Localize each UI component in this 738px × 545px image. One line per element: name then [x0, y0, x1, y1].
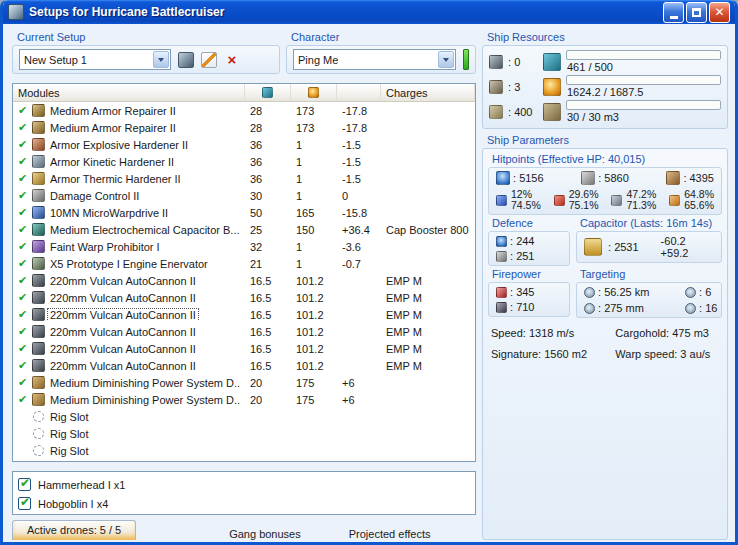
drone-row[interactable]: Hobgoblin I x4: [18, 494, 470, 513]
shield-recharge-value: 244: [510, 235, 534, 247]
powergrid-icon: [308, 87, 319, 98]
module-row[interactable]: Rig Slot: [13, 425, 475, 442]
module-row[interactable]: 220mm Vulcan AutoCannon II 16.5 101.2 EM…: [13, 340, 475, 357]
titlebar[interactable]: Setups for Hurricane Battlecruiser ✕: [3, 0, 735, 24]
armor-resist-value: 75.1%: [569, 200, 599, 211]
minimize-button[interactable]: [663, 2, 684, 23]
resist-kinetic-icon: [611, 195, 622, 206]
module-row[interactable]: X5 Prototype I Engine Enervator 21 1 -0.…: [13, 255, 475, 272]
module-powergrid: 1: [291, 258, 337, 270]
module-row[interactable]: Medium Armor Repairer II 28 173 -17.8: [13, 102, 475, 119]
powergrid-column-header[interactable]: [291, 84, 337, 101]
resource-free-count: 0: [508, 56, 538, 68]
setup-select[interactable]: New Setup 1: [19, 49, 171, 70]
drone-checkbox[interactable]: [18, 478, 31, 491]
chevron-down-icon[interactable]: [438, 51, 454, 68]
module-row[interactable]: Armor Kinetic Hardener II 36 1 -1.5: [13, 153, 475, 170]
drone-checkbox[interactable]: [18, 497, 31, 510]
modules-header[interactable]: Modules Charges: [13, 84, 475, 102]
modules-column-header[interactable]: Modules: [13, 84, 245, 101]
module-name: Medium Electrochemical Capacitor B...: [48, 224, 240, 236]
module-charge: EMP M: [381, 292, 475, 304]
armor-repairer-icon: [32, 104, 45, 117]
defence-label: Defence: [488, 216, 570, 231]
armor-resist-value: 65.6%: [684, 200, 714, 211]
module-row[interactable]: Medium Armor Repairer II 28 173 -17.8: [13, 119, 475, 136]
module-row[interactable]: 220mm Vulcan AutoCannon II 16.5 101.2 EM…: [13, 323, 475, 340]
cpu-column-header[interactable]: [245, 84, 291, 101]
module-row[interactable]: Medium Diminishing Power System D... 20 …: [13, 374, 475, 391]
current-setup-label: Current Setup: [12, 30, 280, 45]
module-row[interactable]: Medium Diminishing Power System D... 20 …: [13, 391, 475, 408]
character-label: Character: [286, 30, 476, 45]
maximize-button[interactable]: [686, 2, 707, 23]
module-row[interactable]: Rig Slot: [13, 408, 475, 425]
module-name: Medium Diminishing Power System D...: [48, 394, 240, 406]
resist-cell: 29.6% 75.1%: [554, 189, 599, 211]
character-select[interactable]: Ping Me: [293, 49, 456, 70]
module-cap-use: +6: [337, 394, 381, 406]
module-cap-use: -17.8: [337, 105, 381, 117]
max-targets-value: 6: [699, 286, 711, 298]
tab-projected-effects[interactable]: Projected effects: [349, 528, 431, 540]
module-row[interactable]: 220mm Vulcan AutoCannon II 16.5 101.2 EM…: [13, 357, 475, 374]
delete-setup-button[interactable]: ×: [224, 52, 240, 68]
save-setup-button[interactable]: [178, 52, 194, 68]
rig-icon: [33, 428, 44, 439]
powergrid-icon: [543, 78, 561, 96]
module-charge: EMP M: [381, 326, 475, 338]
scan-resolution-value: 275 mm: [598, 302, 644, 314]
max-targets-icon: [685, 287, 696, 298]
chevron-down-icon[interactable]: [153, 51, 169, 68]
warp-speed-stat: Warp speed: 3 au/s: [615, 348, 719, 360]
module-row[interactable]: 220mm Vulcan AutoCannon II 16.5 101.2 EM…: [13, 289, 475, 306]
module-row[interactable]: 220mm Vulcan AutoCannon II 16.5 101.2 EM…: [13, 306, 475, 323]
cap-booster-icon: [32, 223, 45, 236]
module-status-icon: [16, 274, 29, 287]
module-cap-use: -1.5: [337, 139, 381, 151]
resist-thermal-icon: [554, 195, 565, 206]
module-row[interactable]: Armor Thermic Hardener II 36 1 -1.5: [13, 170, 475, 187]
capacitor-recharge: +59.2: [661, 247, 689, 259]
module-row[interactable]: 10MN MicroWarpdrive II 50 165 -15.8: [13, 204, 475, 221]
capacitor-label: Capacitor (Lasts: 16m 14s): [576, 216, 722, 231]
tab-active-drones[interactable]: Active drones: 5 / 5: [12, 520, 136, 540]
module-row[interactable]: Faint Warp Prohibitor I 32 1 -3.6: [13, 238, 475, 255]
armor-repair-value: 251: [510, 250, 534, 262]
module-powergrid: 101.2: [291, 292, 337, 304]
resource-bar: [566, 75, 721, 85]
close-button[interactable]: ✕: [709, 2, 730, 23]
module-charge: EMP M: [381, 309, 475, 321]
stasis-web-icon: [32, 257, 45, 270]
module-powergrid: 1: [291, 173, 337, 185]
launcher-hardpoints-icon: [489, 80, 503, 94]
damage-control-icon: [32, 189, 45, 202]
dps-value: 710: [510, 301, 534, 313]
resist-cell: 47.2% 71.3%: [611, 189, 656, 211]
modules-table: Modules Charges Medium Armor Repairer II: [12, 83, 476, 462]
module-row[interactable]: 220mm Vulcan AutoCannon II 16.5 101.2 EM…: [13, 272, 475, 289]
capacitor-drain: -60.2: [661, 235, 689, 247]
module-powergrid: 165: [291, 207, 337, 219]
charges-column-header[interactable]: Charges: [381, 84, 475, 101]
cap-column-header[interactable]: [337, 84, 381, 101]
ship-resources-group: Ship Resources 0 461 / 500: [482, 30, 728, 129]
edit-setup-button[interactable]: [201, 52, 217, 68]
tab-gang-bonuses[interactable]: Gang bonuses: [229, 528, 301, 540]
drone-row[interactable]: Hammerhead I x1: [18, 475, 470, 494]
module-powergrid: 175: [291, 394, 337, 406]
window-title: Setups for Hurricane Battlecruiser: [29, 5, 658, 19]
shield-hp-icon: [496, 171, 510, 185]
module-name: Medium Diminishing Power System D...: [48, 377, 240, 389]
module-name: 220mm Vulcan AutoCannon II: [48, 343, 198, 355]
dronebay-icon: [543, 103, 561, 121]
module-row[interactable]: Armor Explosive Hardener II 36 1 -1.5: [13, 136, 475, 153]
targeting-label: Targeting: [576, 267, 722, 282]
module-row[interactable]: Damage Control II 30 1 0: [13, 187, 475, 204]
module-cpu: 16.5: [245, 309, 291, 321]
module-powergrid: 101.2: [291, 326, 337, 338]
module-name: 10MN MicroWarpdrive II: [48, 207, 170, 219]
module-row[interactable]: Medium Electrochemical Capacitor B... 25…: [13, 221, 475, 238]
module-row[interactable]: Rig Slot: [13, 442, 475, 459]
module-cpu: 28: [245, 105, 291, 117]
